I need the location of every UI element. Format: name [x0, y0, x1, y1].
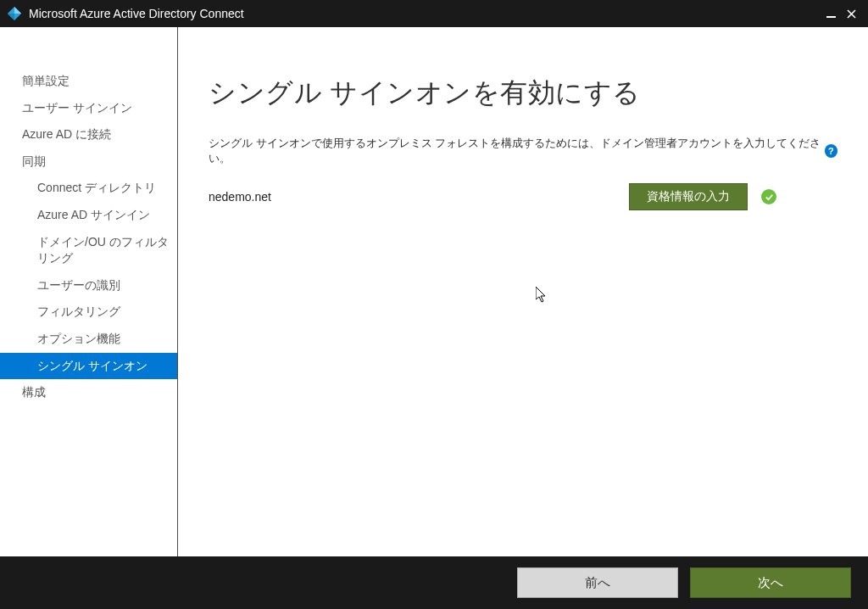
success-check-icon	[761, 189, 776, 204]
sidebar-item-express[interactable]: 簡単設定	[0, 68, 177, 95]
sidebar-item-single-signon[interactable]: シングル サインオン	[0, 353, 177, 380]
help-icon[interactable]: ?	[825, 144, 837, 158]
sidebar-item-filtering[interactable]: フィルタリング	[0, 299, 177, 326]
forest-name: nedemo.net	[209, 190, 271, 204]
titlebar: Microsoft Azure Active Directory Connect	[0, 0, 868, 27]
main-panel: シングル サインオンを有効にする シングル サインオンで使用するオンプレミス フ…	[178, 27, 868, 556]
wizard-footer: 前へ 次へ	[0, 556, 868, 609]
wizard-sidebar: 簡単設定 ユーザー サインイン Azure AD に接続 同期 Connect …	[0, 27, 178, 556]
enter-credentials-button[interactable]: 資格情報の入力	[629, 183, 748, 210]
sidebar-item-user-signin[interactable]: ユーザー サインイン	[0, 95, 177, 122]
sidebar-item-sync[interactable]: 同期	[0, 148, 177, 176]
previous-button[interactable]: 前へ	[517, 567, 678, 598]
content-area: 簡単設定 ユーザー サインイン Azure AD に接続 同期 Connect …	[0, 27, 868, 556]
close-button[interactable]	[841, 3, 861, 24]
sidebar-item-identify-users[interactable]: ユーザーの識別	[0, 272, 177, 299]
svg-rect-3	[826, 16, 836, 18]
sidebar-item-connect-azuread[interactable]: Azure AD に接続	[0, 121, 177, 148]
sidebar-item-connect-directory[interactable]: Connect ディレクトリ	[0, 175, 177, 202]
description-text: シングル サインオンで使用するオンプレミス フォレストを構成するためには、ドメイ…	[209, 136, 821, 166]
window-title: Microsoft Azure Active Directory Connect	[29, 7, 821, 20]
minimize-button[interactable]	[821, 3, 841, 24]
svg-marker-1	[14, 7, 21, 14]
sidebar-item-configure[interactable]: 構成	[0, 379, 177, 406]
sidebar-item-optional-features[interactable]: オプション機能	[0, 326, 177, 353]
sidebar-item-domain-ou-filtering[interactable]: ドメイン/OU のフィルタリング	[0, 229, 177, 272]
azure-logo-icon	[7, 6, 22, 21]
sidebar-item-azuread-signin[interactable]: Azure AD サインイン	[0, 202, 177, 229]
forest-actions: 資格情報の入力	[629, 183, 776, 210]
forest-row: nedemo.net 資格情報の入力	[209, 183, 776, 210]
page-title: シングル サインオンを有効にする	[209, 75, 837, 112]
svg-marker-2	[8, 14, 14, 20]
next-button[interactable]: 次へ	[690, 567, 851, 598]
page-description: シングル サインオンで使用するオンプレミス フォレストを構成するためには、ドメイ…	[209, 136, 837, 166]
